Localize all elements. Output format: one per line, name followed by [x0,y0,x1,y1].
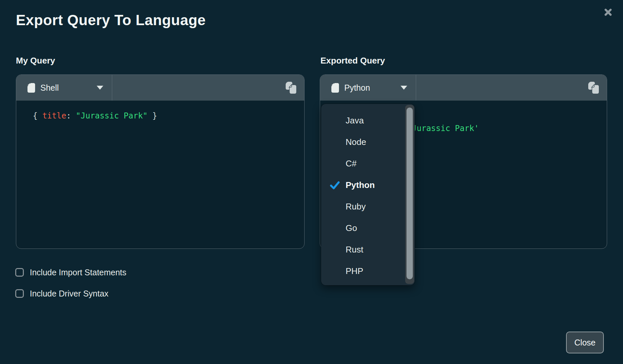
selected-language-label: Shell [40,83,59,93]
code-token: 'Jurassic Park' [407,124,479,133]
code-token: title [42,111,66,120]
copy-icon [588,81,599,94]
code-token: "Jurassic Park" [76,111,148,120]
menu-item-label: C# [346,159,357,169]
option-include-import-statements[interactable]: Include Import Statements [15,267,126,277]
copy-button[interactable] [284,80,298,96]
code-token: { [33,111,42,120]
menu-item-label: PHP [346,266,363,276]
copy-icon [285,81,297,94]
selected-language-label: Python [344,83,370,93]
code-token: } [148,111,157,120]
menu-item-java[interactable]: Java [321,110,415,131]
menu-item-label: Java [346,115,364,126]
scrollbar-thumb[interactable] [407,108,413,279]
my-query-language-select[interactable]: Shell [16,75,112,101]
scrollbar-track[interactable] [405,105,414,284]
file-icon [27,83,35,93]
exported-query-panel-header: Python [320,75,607,101]
menu-item-csharp[interactable]: C# [321,153,415,174]
menu-item-label: Go [346,223,357,233]
chevron-down-icon [401,86,407,90]
close-icon[interactable] [602,6,614,19]
check-icon [330,181,340,190]
exported-query-label: Exported Query [320,56,385,66]
option-include-driver-syntax[interactable]: Include Driver Syntax [15,289,126,298]
menu-item-php[interactable]: PHP [321,260,415,282]
my-query-label: My Query [16,56,55,66]
code-line: { title: "Jurassic Park" } [33,110,298,122]
export-query-dialog: Export Query To Language My Query Export… [0,0,623,364]
option-label: Include Driver Syntax [30,289,109,298]
my-query-panel-header: Shell [16,75,304,101]
menu-item-go[interactable]: Go [321,217,415,239]
close-button[interactable]: Close [566,332,604,353]
menu-item-rust[interactable]: Rust [321,239,415,260]
file-icon [331,83,339,93]
checkbox[interactable] [15,268,24,277]
exported-language-select[interactable]: Python [320,75,416,101]
language-dropdown-menu: JavaNodeC#PythonRubyGoRustPHP [321,104,415,285]
page-title: Export Query To Language [16,12,206,28]
checkbox[interactable] [15,289,24,298]
menu-item-label: Ruby [346,202,366,212]
copy-button[interactable] [586,80,601,96]
my-query-panel: Shell { t [16,74,305,249]
code-token: : [66,111,76,120]
menu-item-python[interactable]: Python [321,174,415,196]
menu-item-label: Node [346,137,366,147]
my-query-code-editor[interactable]: { title: "Jurassic Park" } [16,101,304,122]
menu-item-label: Python [346,180,375,190]
export-options: Include Import StatementsInclude Driver … [15,267,126,310]
menu-item-label: Rust [346,245,363,255]
option-label: Include Import Statements [30,268,126,277]
menu-item-node[interactable]: Node [321,131,415,153]
chevron-down-icon [97,86,103,90]
menu-item-ruby[interactable]: Ruby [321,196,415,217]
